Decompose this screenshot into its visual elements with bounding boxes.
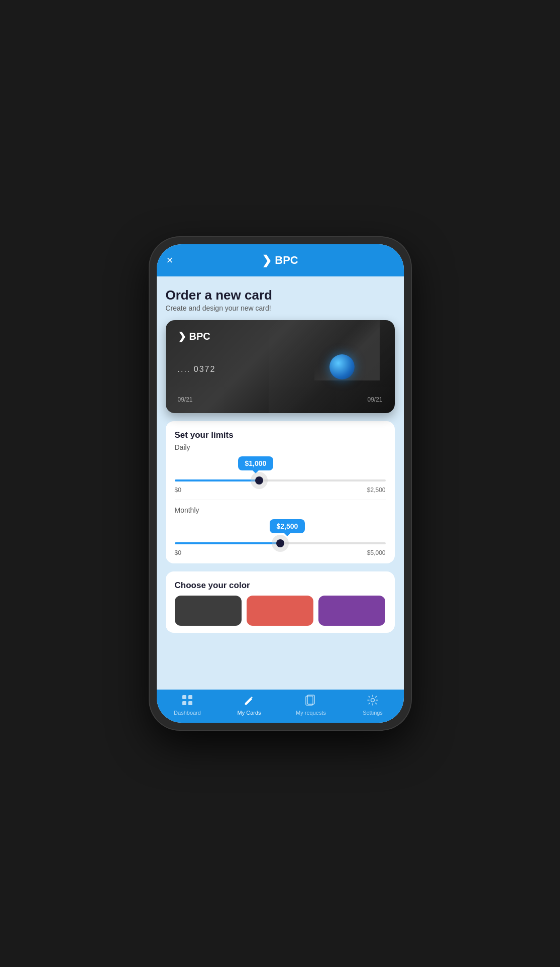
- daily-slider-track[interactable]: [175, 479, 386, 481]
- limits-divider: [175, 500, 386, 500]
- daily-tooltip: $1,000: [238, 456, 274, 470]
- my-cards-icon: [244, 695, 255, 708]
- monthly-max: $5,000: [367, 549, 386, 556]
- nav-label-dashboard: Dashboard: [174, 710, 201, 716]
- monthly-slider-track[interactable]: [175, 542, 386, 544]
- color-title: Choose your color: [175, 581, 386, 591]
- nav-item-dashboard[interactable]: Dashboard: [170, 695, 205, 716]
- color-section: Choose your color: [166, 571, 395, 633]
- nav-item-my-requests[interactable]: My requests: [293, 695, 328, 716]
- daily-label: Daily: [175, 443, 386, 451]
- limits-title: Set your limits: [175, 430, 386, 440]
- nav-label-settings: Settings: [363, 710, 383, 716]
- daily-thumb-inner: [255, 476, 263, 485]
- color-swatch-dark[interactable]: [175, 596, 242, 626]
- monthly-min: $0: [175, 549, 181, 556]
- nav-item-my-cards[interactable]: My Cards: [232, 695, 267, 716]
- card-chevron-icon: ❯: [178, 330, 186, 342]
- page-title: Order a new card: [166, 287, 395, 303]
- close-button[interactable]: ×: [167, 254, 173, 267]
- svg-rect-0: [182, 695, 186, 699]
- nav-item-settings[interactable]: Settings: [355, 695, 390, 716]
- phone-outer: × ❯ BPC Order a new card Create and desi…: [150, 237, 411, 730]
- daily-slider-thumb[interactable]: [251, 472, 268, 489]
- card-brand-name: BPC: [189, 331, 210, 342]
- daily-range: $0 $2,500: [175, 487, 386, 494]
- bottom-nav: Dashboard My Cards My: [157, 690, 404, 723]
- card-decoration-dot: [329, 354, 355, 379]
- daily-slider-fill: [175, 479, 259, 481]
- color-options: [175, 596, 386, 626]
- dashboard-icon: [182, 695, 193, 708]
- monthly-thumb-inner: [276, 539, 284, 547]
- monthly-slider-fill: [175, 542, 280, 544]
- page-heading: Order a new card Create and design your …: [166, 287, 395, 312]
- svg-rect-5: [307, 695, 314, 704]
- color-swatch-purple[interactable]: [318, 596, 385, 626]
- app-header: × ❯ BPC: [157, 244, 404, 276]
- card-preview: ❯ BPC .... 0372 09/21 09/21: [166, 320, 395, 413]
- brand-logo: ❯ BPC: [262, 253, 298, 267]
- brand-name: BPC: [275, 254, 298, 267]
- limits-section: Set your limits Daily $1,000 $0 $2,500 M…: [166, 421, 395, 563]
- svg-rect-2: [182, 701, 186, 705]
- svg-rect-1: [188, 695, 192, 699]
- svg-point-6: [371, 699, 375, 702]
- daily-min: $0: [175, 487, 181, 494]
- monthly-tooltip: $2,500: [270, 519, 305, 533]
- main-content: Order a new card Create and design your …: [157, 276, 404, 690]
- monthly-slider-thumb[interactable]: [272, 535, 289, 552]
- color-swatch-coral[interactable]: [247, 596, 313, 626]
- phone-screen: × ❯ BPC Order a new card Create and desi…: [157, 244, 404, 723]
- nav-label-my-requests: My requests: [296, 710, 326, 716]
- my-requests-icon: [305, 695, 316, 708]
- page-subtitle: Create and design your new card!: [166, 304, 395, 312]
- brand-chevron-icon: ❯: [262, 253, 272, 267]
- svg-rect-3: [188, 701, 192, 705]
- nav-label-my-cards: My Cards: [237, 710, 261, 716]
- settings-icon: [367, 695, 378, 708]
- daily-max: $2,500: [367, 487, 386, 494]
- card-date-left: 09/21: [178, 396, 193, 403]
- monthly-label: Monthly: [175, 506, 386, 514]
